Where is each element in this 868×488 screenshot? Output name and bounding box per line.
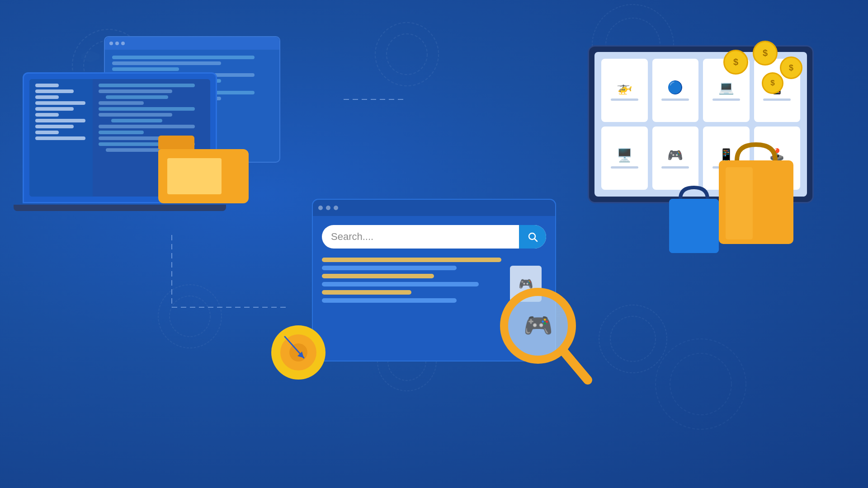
result-line-6 bbox=[322, 298, 457, 303]
sidebar-line bbox=[35, 101, 85, 105]
result-line-4 bbox=[322, 282, 479, 286]
product-card-controller: 🎮 bbox=[652, 127, 699, 190]
back-code-line bbox=[112, 67, 179, 71]
back-code-line bbox=[112, 61, 221, 65]
folder-body bbox=[158, 149, 249, 203]
product-card-monitor: 🖥️ bbox=[601, 127, 648, 190]
svg-rect-22 bbox=[726, 167, 753, 239]
code-line bbox=[106, 95, 168, 99]
search-titlebar bbox=[313, 200, 555, 216]
magnifier-svg: 🎮 bbox=[493, 283, 592, 387]
controller-icon: 🎮 bbox=[667, 148, 683, 163]
sidebar-line bbox=[35, 131, 59, 134]
bag-blue bbox=[665, 181, 723, 259]
code-line bbox=[99, 131, 144, 134]
search-bar[interactable]: Search.... bbox=[322, 225, 546, 249]
sidebar-line bbox=[35, 136, 85, 140]
product-bar bbox=[661, 166, 689, 169]
sidebar-line bbox=[35, 95, 59, 99]
product-bar bbox=[661, 99, 689, 101]
result-line-1 bbox=[322, 258, 501, 262]
code-line bbox=[99, 84, 195, 87]
result-line-3 bbox=[322, 274, 434, 278]
dot3 bbox=[121, 42, 125, 45]
code-line bbox=[99, 125, 195, 128]
svg-text:🎮: 🎮 bbox=[524, 311, 553, 339]
sidebar-line bbox=[35, 119, 85, 122]
search-icon bbox=[527, 231, 538, 242]
code-line bbox=[111, 119, 162, 122]
code-line bbox=[99, 113, 172, 117]
sidebar-line bbox=[35, 113, 59, 117]
browser-titlebar-back bbox=[105, 37, 279, 50]
browser-dot3 bbox=[334, 206, 338, 210]
target bbox=[271, 325, 326, 380]
back-code-line bbox=[112, 56, 255, 59]
laptop-section bbox=[14, 27, 285, 217]
drone-icon: 🚁 bbox=[617, 80, 632, 95]
laptop-icon: 💻 bbox=[718, 80, 734, 95]
code-line bbox=[99, 107, 195, 111]
laptop-base bbox=[14, 205, 226, 211]
folder-paper bbox=[167, 158, 222, 194]
product-bar bbox=[611, 166, 638, 169]
sidebar-line bbox=[35, 107, 74, 111]
search-button[interactable] bbox=[519, 225, 546, 249]
dot2 bbox=[115, 42, 119, 45]
product-bar bbox=[763, 99, 791, 101]
product-bar bbox=[611, 99, 638, 101]
code-line bbox=[99, 101, 144, 105]
sidebar-line bbox=[35, 89, 74, 93]
sidebar-line bbox=[35, 84, 59, 87]
search-section: Search.... 🎮 bbox=[312, 199, 556, 361]
result-line-2 bbox=[322, 266, 457, 270]
camera-icon: 🔵 bbox=[667, 80, 683, 95]
bag-yellow bbox=[717, 136, 796, 250]
monitor-section: 🚁 🔵 💻 📱 🖥️ 🎮 bbox=[570, 36, 832, 226]
folder-icon bbox=[158, 136, 249, 203]
svg-rect-20 bbox=[669, 199, 719, 253]
svg-line-24 bbox=[535, 239, 538, 242]
dot1 bbox=[109, 42, 113, 45]
folder-tab bbox=[158, 136, 194, 149]
monitor-icon: 🖥️ bbox=[617, 148, 632, 163]
svg-line-27 bbox=[564, 352, 588, 380]
product-card-drone: 🚁 bbox=[601, 59, 648, 122]
result-line-5 bbox=[322, 290, 411, 295]
browser-dot2 bbox=[326, 206, 330, 210]
browser-dot1 bbox=[318, 206, 323, 210]
code-line bbox=[99, 89, 172, 93]
magnifier: 🎮 bbox=[493, 283, 592, 389]
arrow-svg bbox=[271, 325, 326, 380]
product-bar bbox=[712, 99, 740, 101]
sidebar-line bbox=[35, 125, 74, 128]
product-card-camera: 🔵 bbox=[652, 59, 699, 122]
search-input[interactable]: Search.... bbox=[322, 231, 519, 243]
